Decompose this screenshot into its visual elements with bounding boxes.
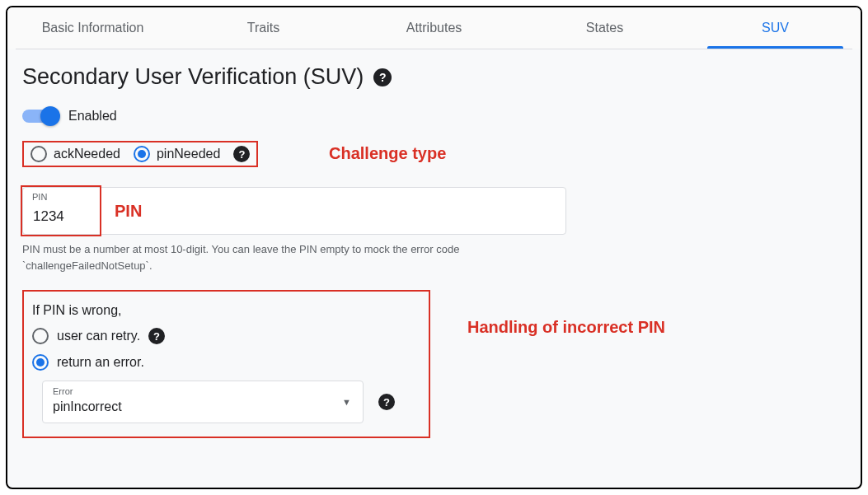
radio-user-can-retry-label: user can retry.: [57, 329, 140, 343]
radio-user-can-retry[interactable]: user can retry. ?: [32, 328, 417, 344]
challenge-type-annotation: Challenge type: [329, 144, 446, 163]
tab-traits[interactable]: Traits: [178, 7, 349, 49]
help-icon[interactable]: ?: [148, 328, 165, 344]
radio-ackneeded-label: ackNeeded: [54, 147, 120, 161]
radio-circle-icon: [134, 146, 150, 162]
tabs-bar: Basic Information Traits Attributes Stat…: [7, 7, 861, 49]
wrong-pin-title: If PIN is wrong,: [32, 303, 417, 318]
radio-dot-icon: [36, 358, 45, 367]
tab-basic-information[interactable]: Basic Information: [7, 7, 178, 49]
chevron-down-icon: ▼: [342, 397, 351, 407]
pin-helper-text: PIN must be a number at most 10-digit. Y…: [22, 241, 566, 273]
challenge-type-callout-box: ackNeeded pinNeeded ?: [22, 141, 258, 167]
radio-circle-icon: [30, 146, 47, 162]
radio-ackneeded[interactable]: ackNeeded: [30, 146, 120, 162]
pin-field-label: PIN: [32, 192, 47, 202]
error-select[interactable]: Error pinIncorrect ▼: [42, 381, 364, 423]
help-icon[interactable]: ?: [233, 146, 250, 162]
wrong-pin-callout-box: If PIN is wrong, user can retry. ? retur…: [22, 290, 430, 438]
enabled-toggle-label: Enabled: [68, 109, 117, 124]
page-title: Secondary User Verification (SUV): [22, 64, 364, 90]
radio-circle-icon: [32, 328, 49, 344]
error-select-label: Error: [53, 386, 73, 396]
wrong-pin-annotation: Handling of incorrect PIN: [467, 316, 665, 339]
tab-attributes[interactable]: Attributes: [349, 7, 519, 49]
pin-annotation: PIN: [115, 202, 142, 221]
help-icon[interactable]: ?: [378, 394, 395, 410]
radio-dot-icon: [138, 150, 146, 158]
tab-suv[interactable]: SUV: [690, 7, 861, 49]
pin-input[interactable]: [22, 187, 566, 235]
enabled-toggle[interactable]: [22, 106, 60, 126]
help-icon[interactable]: ?: [373, 68, 392, 86]
tab-states[interactable]: States: [519, 7, 690, 49]
radio-return-error-label: return an error.: [57, 355, 144, 370]
radio-pinneeded-label: pinNeeded: [157, 147, 220, 161]
radio-return-error[interactable]: return an error.: [32, 354, 417, 371]
radio-circle-icon: [32, 354, 49, 371]
error-select-value: pinIncorrect: [53, 399, 353, 414]
toggle-knob: [40, 106, 60, 126]
radio-pinneeded[interactable]: pinNeeded: [134, 146, 220, 162]
